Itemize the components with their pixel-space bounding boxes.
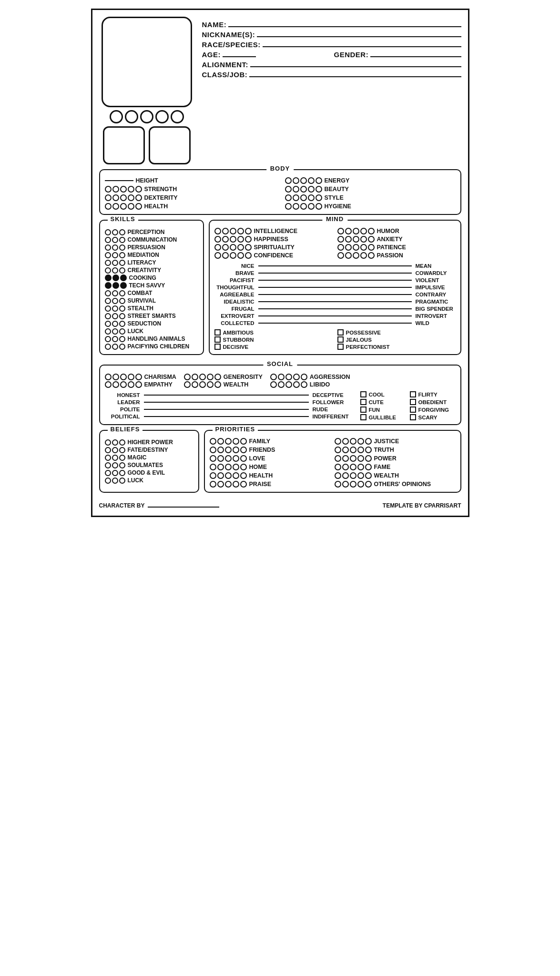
generosity-row: GENEROSITY (184, 373, 263, 381)
persuasion-label: PERSUASION (128, 244, 165, 251)
gender-label: Gender: (334, 51, 369, 59)
libido-row: LIBIDO (270, 381, 350, 388)
literacy-label: LITERACY (128, 259, 156, 266)
belief-luck: LUCK (105, 477, 193, 484)
social-stats-row: CHARISMA EMPATHY (105, 373, 456, 388)
spectrum-pacifist-violent: PACIFIST VIOLENT (214, 276, 456, 284)
bubble-5 (171, 110, 184, 123)
seduction-label: SEDUCTION (128, 320, 162, 327)
health-circles (105, 203, 142, 210)
skill-creativity: CREATIVITY (105, 266, 198, 274)
social-spectrums-checks: HONEST DECEPTIVE LEADER FOLLOWER POLITE … (105, 391, 456, 420)
skills-section: Skills PERCEPTION (99, 220, 204, 355)
cb-forgiving: FORGIVING (410, 407, 456, 413)
priority-health: HEALTH (210, 472, 331, 479)
spirituality-row: SPIRITUALITY (214, 244, 333, 251)
classjob-line (249, 76, 461, 77)
social-left-stats: CHARISMA EMPATHY (105, 373, 176, 388)
communication-label: COMMUNICATION (128, 236, 177, 243)
passion-row: PASSION (337, 252, 456, 259)
belief-fatedestiny: FATE/DESTINY (105, 446, 193, 454)
social-content: CHARISMA EMPATHY (105, 369, 456, 420)
stealth-label: STEALTH (128, 305, 153, 312)
spectrum-political-indifferent: POLITICAL INDIFFERENT (105, 413, 353, 420)
intelligence-row: INTELLIGENCE (214, 227, 333, 235)
empathy-row: EMPATHY (105, 381, 176, 388)
belief-higherpower: HIGHER POWER (105, 438, 193, 446)
c3 (300, 177, 307, 184)
age-gender-row: Age: Gender: (202, 51, 461, 59)
gender-row: Gender: (334, 51, 461, 59)
hygiene-row: HYGIENE (285, 203, 456, 210)
cb-scary: SCARY (410, 414, 456, 420)
skill-seduction: SEDUCTION (105, 320, 198, 327)
name-label: Name: (202, 20, 227, 29)
social-right-stats: AGGRESSION LIBIDO (270, 373, 350, 388)
beauty-label: BEAUTY (325, 186, 349, 193)
beauty-row: BEAUTY (285, 185, 456, 193)
priority-power: POWER (335, 455, 456, 462)
beliefs-list: HIGHER POWER FATE/DESTINY (105, 435, 193, 484)
mind-section: Mind INTELLIGENCE (209, 220, 461, 355)
name-row: Name: (202, 20, 461, 29)
spectrum-leader-follower: LEADER FOLLOWER (105, 398, 353, 406)
mind-checkboxes: AMBITIOUS POSSESSIVE STUBBORN JEALOUS DE… (214, 329, 456, 350)
beliefs-priorities-section: Beliefs HIGHER POWER FAT (99, 430, 461, 498)
social-mid-stats: GENEROSITY WEALTH (184, 373, 263, 388)
cb-obedient: OBEDIENT (410, 399, 456, 405)
cb-jealous: JEALOUS (337, 336, 456, 343)
priorities-title: Priorities (213, 426, 258, 433)
energy-row: ENERGY (285, 177, 456, 184)
dexterity-row: DEXTERITY (105, 194, 275, 202)
cb-stubborn: STUBBORN (214, 336, 333, 343)
humor-row: HUMOR (337, 227, 456, 235)
gender-line (370, 56, 461, 57)
beliefs-section: Beliefs HIGHER POWER FAT (99, 430, 199, 493)
cb-cool: COOL (360, 391, 406, 397)
race-label: Race/Species: (202, 41, 261, 49)
skill-cooking: COOKING (105, 274, 198, 282)
character-by-line (148, 507, 219, 508)
skill-survival: SURVIVAL (105, 297, 198, 305)
skill-luck: LUCK (105, 327, 198, 335)
priority-justice: JUSTICE (335, 437, 456, 445)
height-line-input (105, 180, 133, 181)
hygiene-circles (285, 203, 322, 210)
dexterity-label: DEXTERITY (144, 194, 178, 201)
strength-label: STRENGTH (144, 186, 177, 193)
spectrum-honest-deceptive: HONEST DECEPTIVE (105, 391, 353, 398)
belief-goodevil: GOOD & EVIL (105, 469, 193, 477)
bubble-1 (110, 110, 123, 123)
race-line (263, 46, 461, 47)
confidence-row: CONFIDENCE (214, 252, 333, 259)
alignment-label: Alignment: (202, 61, 249, 69)
anxiety-row: ANXIETY (337, 235, 456, 243)
cb-perfectionist: PERFECTIONIST (337, 344, 456, 350)
mind-stats-grid: INTELLIGENCE HUMOR (214, 224, 456, 259)
priority-othersopinions: OTHERS' OPINIONS (335, 480, 456, 488)
alignment-row: Alignment: (202, 61, 461, 69)
wealth-row: WEALTH (184, 381, 263, 388)
techsavvy-label: TECH SAVVY (129, 282, 165, 289)
charisma-row: CHARISMA (105, 373, 176, 381)
bubble-2 (125, 110, 138, 123)
mind-spectrums: NICE MEAN BRAVE COWARDLY PACIFIST VIOLEN… (214, 262, 456, 326)
social-checkboxes: COOL FLIRTY CUTE OBEDIENT (360, 391, 456, 420)
skill-stealth: STEALTH (105, 305, 198, 312)
survival-label: SURVIVAL (128, 297, 156, 304)
spectrum-nice-mean: NICE MEAN (214, 262, 456, 269)
hygiene-label: HYGIENE (325, 203, 351, 210)
cb-fun: FUN (360, 407, 406, 413)
c2 (293, 177, 299, 184)
skill-handlinganimals: HANDLING ANIMALS (105, 335, 198, 343)
template-credit: Template by CPaRRisART (383, 502, 461, 509)
footer: Character By Template by CPaRRisART (99, 502, 461, 509)
spectrum-idealistic-pragmatic: IDEALISTIC PRAGMATIC (214, 298, 456, 305)
nickname-row: Nickname(s): (202, 30, 461, 39)
age-row: Age: (202, 51, 329, 59)
energy-circles (285, 177, 322, 184)
social-title: Social (263, 360, 297, 367)
priority-wealth: WEALTH (335, 472, 456, 479)
info-column: Name: Nickname(s): Race/Species: Age: Ge… (202, 17, 461, 164)
cb-ambitious: AMBITIOUS (214, 329, 333, 336)
